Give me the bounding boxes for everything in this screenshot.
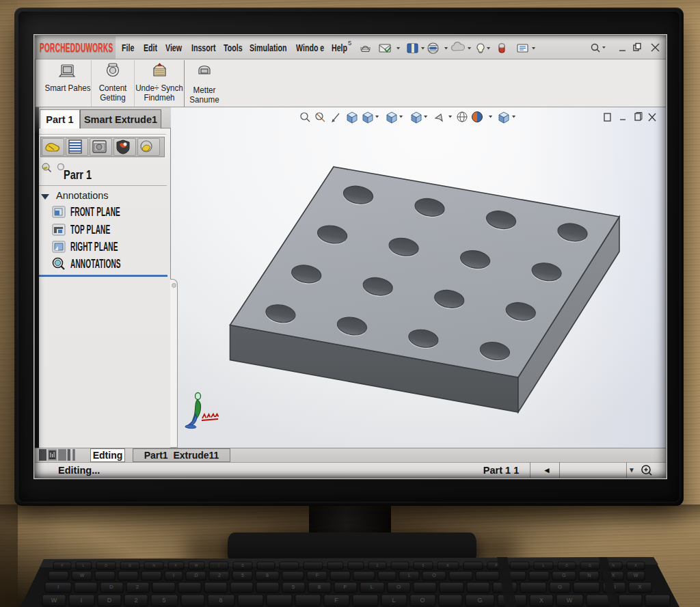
svg-text:2: 2: [218, 573, 221, 578]
svg-text:I: I: [173, 573, 174, 578]
svg-text:F: F: [316, 573, 319, 578]
svg-text:N: N: [152, 563, 155, 567]
svg-text:W: W: [80, 573, 85, 578]
svg-text:F: F: [344, 584, 347, 590]
svg-text:F: F: [61, 563, 63, 567]
svg-text:I: I: [57, 584, 59, 590]
svg-text:G: G: [477, 597, 482, 604]
svg-text:O: O: [105, 563, 107, 567]
svg-text:W: W: [567, 597, 573, 604]
svg-text:D: D: [194, 573, 198, 578]
svg-text:L: L: [408, 573, 411, 578]
svg-text:5: 5: [241, 573, 244, 578]
svg-text:8: 8: [318, 584, 321, 590]
svg-text:2: 2: [377, 563, 379, 567]
svg-text:W: W: [634, 573, 638, 578]
svg-text:5: 5: [422, 563, 425, 567]
svg-text:X: X: [539, 597, 543, 604]
svg-text:G: G: [558, 584, 562, 590]
svg-text:N: N: [612, 563, 615, 567]
svg-text:W: W: [195, 563, 198, 567]
svg-text:O: O: [432, 573, 436, 578]
svg-text:D: D: [241, 563, 244, 567]
svg-text:X: X: [638, 584, 642, 590]
svg-text:F: F: [334, 597, 338, 604]
svg-text:L: L: [371, 584, 374, 590]
svg-text:D: D: [109, 584, 113, 590]
svg-text:O: O: [565, 563, 568, 567]
svg-text:X: X: [612, 573, 615, 578]
svg-text:I: I: [218, 563, 219, 567]
svg-text:2: 2: [134, 597, 137, 604]
svg-text:8: 8: [447, 563, 449, 567]
svg-text:5: 5: [162, 597, 165, 604]
svg-text:2: 2: [136, 584, 139, 590]
svg-text:N: N: [587, 573, 591, 578]
svg-text:D: D: [107, 597, 112, 604]
svg-text:G: G: [562, 573, 565, 578]
svg-text:5: 5: [292, 584, 295, 590]
svg-text:O: O: [396, 584, 401, 590]
svg-text:G: G: [129, 563, 131, 567]
svg-text:I: I: [81, 597, 83, 604]
svg-text:W: W: [51, 597, 57, 604]
svg-text:8: 8: [219, 597, 222, 604]
svg-text:L: L: [392, 597, 395, 604]
svg-text:G: G: [589, 563, 591, 567]
svg-text:L: L: [83, 563, 85, 567]
svg-text:O: O: [420, 597, 425, 604]
svg-text:F: F: [495, 563, 497, 567]
svg-text:8: 8: [266, 573, 269, 578]
svg-text:L: L: [543, 563, 545, 567]
